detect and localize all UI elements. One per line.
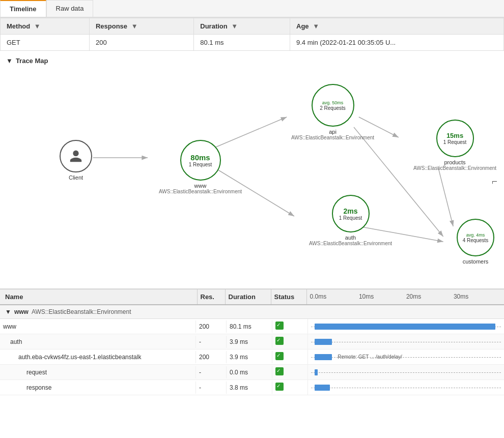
row-bar-auth [308,335,504,349]
row-res-auth-eba: 200 [196,351,227,363]
status-check-www [275,322,284,330]
sort-arrow-response: ▼ [131,22,138,30]
api-avg: avg. 50ms [322,100,344,105]
col-method[interactable]: Method ▼ [1,18,90,35]
node-api[interactable]: avg. 50ms 2 Requests api AWS::ElasticBea… [291,84,374,140]
bar-auth-eba: Remote: GET ... /auth/delay/ [311,353,501,362]
auth-circle: 2ms 1 Request [332,195,370,232]
node-www[interactable]: 80ms 1 Request www AWS::ElasticBeanstalk… [159,140,242,194]
table-row: GET 200 80.1 ms 9.4 min (2022-01-21 00:3… [1,35,504,51]
client-label: Client [69,174,83,181]
row-duration-response: 3.8 ms [227,382,272,394]
row-bar-response [308,381,504,395]
row-name-auth: auth [0,336,196,348]
chevron-down-icon-group: ▼ [5,308,11,315]
remote-label: Remote: GET ... /auth/delay/ [338,354,402,360]
row-bar-request [308,365,504,379]
col-scale-header: 0.0ms 10ms 20ms 30ms [307,289,505,304]
cell-response: 200 [89,35,193,51]
col-duration[interactable]: Duration ▼ [194,18,290,35]
chevron-down-icon: ▼ [6,57,13,65]
list-item: auth.eba-cvkws4fz.us-east-1.elasticbeans… [0,349,504,365]
sort-arrow-age: ▼ [313,22,319,30]
www-circle: 80ms 1 Request [180,140,221,181]
bar-fill-request [315,369,318,375]
bar-dashed [311,342,501,342]
list-item: response - 3.8 ms [0,380,504,395]
bar-dashed [311,388,501,388]
row-name-auth-eba: auth.eba-cvkws4fz.us-east-1.elasticbeans… [0,351,196,363]
row-bar-auth-eba: Remote: GET ... /auth/delay/ [308,350,504,364]
row-res-request: - [196,366,227,378]
row-status-auth [272,334,308,349]
tab-raw-data[interactable]: Raw data [46,0,94,17]
tab-timeline[interactable]: Timeline [0,0,46,17]
bar-auth [311,337,501,346]
auth-label: auth [345,235,356,241]
status-check-auth [275,337,284,345]
auth-sublabel: AWS::ElasticBeanstalk::Environment [309,241,392,246]
status-check-response [275,383,284,391]
cell-age: 9.4 min (2022-01-21 00:35:05 U... [290,35,504,51]
timeline-table-header: Name Res. Duration Status 0.0ms 10ms 20m… [0,289,504,305]
row-status-request [272,365,308,379]
row-name-request: request [0,366,196,378]
row-status-response [272,380,308,395]
api-sublabel: AWS::ElasticBeanstalk::Environment [291,135,374,140]
tab-bar: Timeline Raw data [0,0,504,18]
www-label: www [194,183,207,189]
row-status-auth-eba [272,349,308,364]
row-duration-request: 0.0 ms [227,366,272,378]
bar-fill-auth [315,339,332,345]
client-circle [60,140,92,172]
col-response[interactable]: Response ▼ [89,18,193,35]
api-circle: avg. 50ms 2 Requests [312,84,354,127]
col-age[interactable]: Age ▼ [290,18,504,35]
row-res-www: 200 [196,320,227,333]
trace-map-canvas: Client 80ms 1 Request www AWS::ElasticBe… [6,69,498,282]
list-item: request - 0.0 ms [0,365,504,380]
trace-map-title: ▼ Trace Map [6,57,498,65]
products-circle: 15ms 1 Request [436,120,474,157]
col-res-header: Res. [198,289,226,304]
data-table: Method ▼ Response ▼ Duration ▼ Age ▼ GET… [0,18,504,51]
bar-dashed [311,372,501,373]
node-customers[interactable]: avg. 4ms 4 Requests customers [457,219,494,265]
bar-www [311,322,501,331]
cell-duration: 80.1 ms [194,35,290,51]
row-res-auth: - [196,336,227,348]
customers-label: customers [463,258,489,265]
row-bar-www [308,319,504,334]
row-name-response: response [0,382,196,394]
trace-map-section: ▼ Trace Map [0,51,504,289]
row-status-www [272,319,308,334]
products-label: products [444,159,465,165]
api-label: api [329,129,337,135]
node-client[interactable]: Client [60,140,92,181]
list-item: auth - 3.9 ms [0,334,504,349]
row-duration-auth: 3.9 ms [227,336,272,348]
row-duration-auth-eba: 3.9 ms [227,351,272,363]
bar-fill-response [315,385,330,391]
row-res-response: - [196,382,227,394]
svg-line-7 [438,168,453,226]
cell-method: GET [1,35,90,51]
customers-circle: avg. 4ms 4 Requests [457,219,494,256]
col-status-header: Status [271,289,307,304]
right-edge-label: L [491,181,498,184]
node-auth[interactable]: 2ms 1 Request auth AWS::ElasticBeanstalk… [309,195,392,246]
list-item: www 200 80.1 ms [0,319,504,334]
bar-response [311,383,501,392]
customers-avg: avg. 4ms [466,232,485,238]
status-check-auth-eba [275,352,284,360]
products-sublabel: AWS::ElasticBeanstalk::Environment [413,165,496,171]
bar-fill-www [315,324,495,330]
col-duration-header: Duration [226,289,271,304]
row-duration-www: 80.1 ms [227,320,272,333]
node-products[interactable]: 15ms 1 Request products AWS::ElasticBean… [413,120,496,171]
sort-arrow-duration: ▼ [231,22,238,30]
status-check-request [275,367,284,375]
www-sublabel: AWS::ElasticBeanstalk::Environment [159,189,242,194]
timeline-group-header: ▼ www AWS::ElasticBeanstalk::Environment [0,305,504,319]
row-name-www: www [0,320,196,333]
